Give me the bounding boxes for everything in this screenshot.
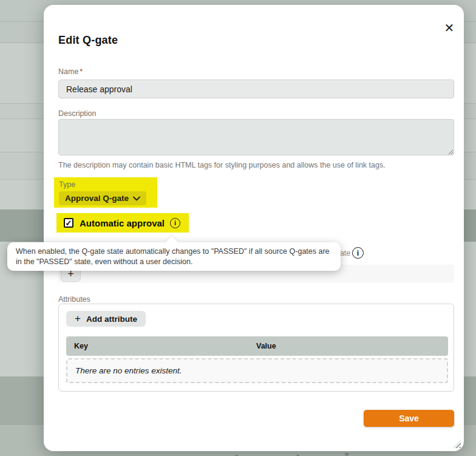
description-textarea[interactable] <box>58 119 454 155</box>
attributes-table-header: Key Value <box>66 336 448 356</box>
add-attribute-button[interactable]: + Add attribute <box>66 311 146 327</box>
attributes-label: Attributes <box>58 295 90 304</box>
type-select[interactable]: Approval Q-gate <box>59 191 146 205</box>
type-selected-value: Approval Q-gate <box>65 194 129 203</box>
info-icon[interactable]: i <box>170 218 180 228</box>
column-header-value: Value <box>256 342 276 350</box>
type-field-highlight: Type Approval Q-gate <box>54 177 157 208</box>
edit-qgate-dialog: ✕ Edit Q-gate Name* Description The desc… <box>44 5 464 451</box>
info-icon[interactable]: i <box>352 247 364 259</box>
required-asterisk: * <box>80 67 83 76</box>
automatic-approval-highlight: ✓ Automatic approval i <box>56 213 189 233</box>
name-input[interactable] <box>58 80 454 98</box>
name-label: Name* <box>58 67 83 76</box>
save-button[interactable]: Save <box>364 410 454 427</box>
automatic-approval-label: Automatic approval <box>80 218 165 228</box>
empty-state-message: There are no entries existent. <box>75 366 182 375</box>
close-icon[interactable]: ✕ <box>440 18 459 38</box>
automatic-approval-checkbox[interactable]: ✓ <box>64 218 73 228</box>
plus-icon: + <box>75 313 81 325</box>
description-helper-text: The description may contain basic HTML t… <box>58 161 447 169</box>
dialog-title: Edit Q-gate <box>58 34 118 47</box>
type-label: Type <box>59 180 75 189</box>
tooltip-text: When enabled, the Q-gate state automatic… <box>16 247 330 266</box>
resize-handle[interactable] <box>453 440 461 448</box>
tooltip: When enabled, the Q-gate state automatic… <box>7 242 341 271</box>
attributes-panel: + Add attribute Key Value There are no e… <box>58 304 454 392</box>
chevron-down-icon <box>133 196 140 201</box>
description-label: Description <box>58 109 97 118</box>
checkmark-icon: ✓ <box>66 219 72 227</box>
column-header-key: Key <box>74 342 256 350</box>
attributes-empty-state: There are no entries existent. <box>66 358 448 383</box>
